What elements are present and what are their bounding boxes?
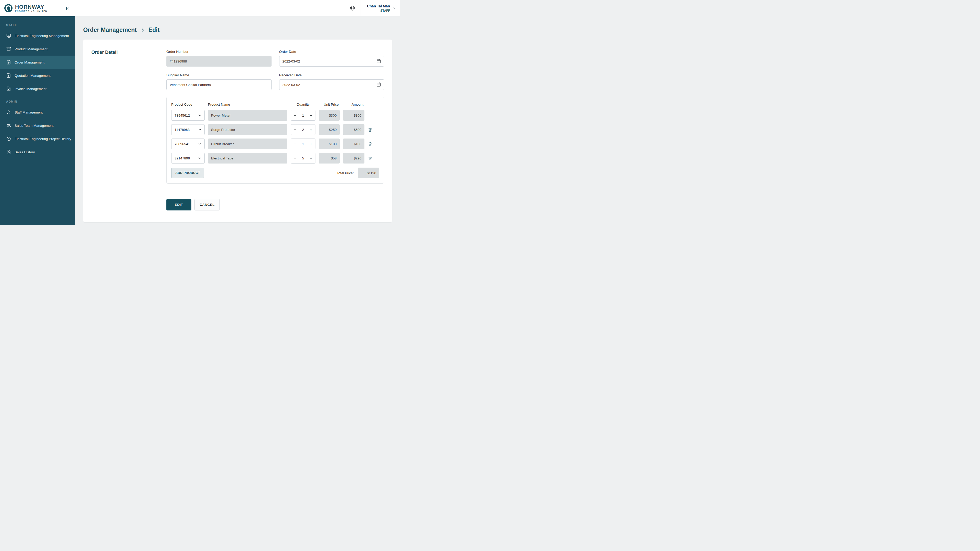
trash-icon	[368, 141, 372, 146]
logo-area: HORNWAY ENGINEERING LIMITED	[0, 0, 75, 16]
product-code-value: 78945612	[175, 114, 190, 118]
sidebar-item-label: Sales Team Management	[14, 124, 54, 127]
chevron-down-icon	[393, 6, 396, 10]
product-name-readonly: Surge Protector	[208, 124, 287, 135]
globe-icon	[350, 5, 355, 11]
order-form: Order Number Order Date	[166, 50, 384, 210]
breadcrumb-parent[interactable]: Order Management	[83, 27, 137, 33]
trash-icon	[368, 127, 372, 132]
products-footer: ADD PRODUCT Total Price: $1190	[171, 168, 379, 178]
user-name: Chan Tai Man	[367, 4, 390, 8]
cancel-button[interactable]: CANCEL	[194, 199, 220, 210]
breadcrumb: Order Management Edit	[83, 27, 392, 33]
quantity-increase-button[interactable]: +	[310, 127, 312, 132]
page-content: Order Management Edit Order Detail Order…	[75, 16, 400, 225]
quantity-stepper: − 2 +	[291, 124, 315, 135]
header-amount: Amount	[343, 103, 364, 106]
unit-price-readonly: $58	[319, 153, 340, 164]
user-menu[interactable]: Chan Tai Man STAFF	[361, 0, 400, 16]
order-fields: Order Number Order Date	[166, 50, 384, 90]
user-role: STAFF	[367, 9, 390, 13]
order-number-input	[166, 56, 272, 67]
staff-icon	[6, 110, 11, 115]
brand-subtitle: ENGINEERING LIMITED	[15, 10, 47, 13]
add-product-button[interactable]: ADD PRODUCT	[171, 168, 204, 178]
total-price-value: $1190	[358, 168, 379, 178]
sidebar-item-order-management[interactable]: Order Management	[0, 56, 75, 69]
breadcrumb-current: Edit	[148, 27, 159, 33]
product-code-select[interactable]: 11478963	[171, 124, 205, 135]
sales-team-icon	[6, 123, 11, 128]
topbar: Chan Tai Man STAFF	[75, 0, 400, 16]
products-table: Product Code Product Name Quantity Unit …	[166, 97, 384, 184]
quantity-decrease-button[interactable]: −	[294, 113, 296, 118]
supplier-name-field: Supplier Name	[166, 73, 272, 90]
order-date-label: Order Date	[279, 50, 384, 54]
quantity-decrease-button[interactable]: −	[294, 156, 296, 160]
product-code-value: 11478963	[175, 128, 189, 132]
sidebar-item-label: Staff Management	[14, 110, 43, 114]
product-code-value: 78896541	[175, 142, 190, 146]
sidebar-item-label: Electrical Engineering Management	[14, 34, 69, 38]
sidebar-item-sales-team-management[interactable]: Sales Team Management	[0, 119, 75, 132]
invoice-icon	[6, 86, 11, 91]
order-detail-card: Order Detail Order Number Order Date	[83, 40, 392, 222]
product-code-select[interactable]: 32147896	[171, 153, 205, 164]
unit-price-readonly: $100	[319, 138, 340, 149]
quantity-decrease-button[interactable]: −	[294, 142, 296, 146]
section-title-column: Order Detail	[91, 50, 166, 210]
collapse-icon	[65, 6, 70, 11]
quantity-increase-button[interactable]: +	[310, 113, 312, 118]
amount-readonly: $290	[343, 153, 364, 164]
product-row: 78945612 Power Meter − 1 +	[171, 110, 379, 121]
quantity-value: 1	[302, 114, 304, 118]
product-row: 78896541 Circuit Breaker − 1 +	[171, 138, 379, 149]
language-button[interactable]	[344, 0, 361, 16]
sidebar: HORNWAY ENGINEERING LIMITED STAFF	[0, 0, 75, 225]
delete-row-button[interactable]	[368, 127, 374, 132]
sidebar-section-admin: ADMIN	[0, 95, 75, 106]
sidebar-collapse-button[interactable]	[65, 5, 70, 11]
product-code-select[interactable]: 78896541	[171, 138, 205, 149]
sidebar-item-electrical-engineering-management[interactable]: Electrical Engineering Management	[0, 29, 75, 42]
sidebar-item-label: Order Management	[14, 60, 45, 64]
sidebar-item-staff-management[interactable]: Staff Management	[0, 106, 75, 119]
sidebar-item-sales-history[interactable]: Sales History	[0, 145, 75, 159]
quantity-decrease-button[interactable]: −	[294, 127, 296, 132]
hornway-logo-icon	[4, 4, 13, 13]
quantity-value: 2	[302, 128, 304, 132]
quantity-stepper: − 1 +	[291, 138, 315, 149]
sidebar-nav: STAFF Electrical Engineering Management …	[0, 16, 75, 159]
sidebar-item-product-management[interactable]: Product Management	[0, 42, 75, 56]
delete-row-button[interactable]	[368, 141, 374, 146]
header-unit-price: Unit Price	[319, 103, 340, 106]
sidebar-item-invoice-management[interactable]: Invoice Management	[0, 82, 75, 95]
supplier-name-label: Supplier Name	[166, 73, 272, 77]
order-date-input[interactable]	[279, 56, 384, 67]
product-code-select[interactable]: 78945612	[171, 110, 205, 121]
supplier-name-input[interactable]	[166, 79, 272, 90]
order-date-field: Order Date	[279, 50, 384, 67]
sidebar-item-label: Quotation Management	[14, 74, 51, 78]
sidebar-item-electrical-engineering-project-history[interactable]: Electrical Engineering Project History	[0, 132, 75, 145]
sidebar-item-label: Product Management	[14, 47, 48, 51]
sales-history-icon	[6, 149, 11, 155]
sidebar-item-quotation-management[interactable]: Quotation Management	[0, 69, 75, 82]
delete-row-button[interactable]	[368, 156, 374, 161]
quantity-value: 1	[302, 142, 304, 146]
sidebar-section-staff: STAFF	[0, 19, 75, 29]
section-title: Order Detail	[91, 50, 166, 55]
received-date-input[interactable]	[279, 79, 384, 90]
edit-button[interactable]: EDIT	[166, 199, 191, 210]
product-name-readonly: Power Meter	[208, 110, 287, 121]
trash-icon	[368, 156, 372, 161]
calendar-icon[interactable]	[376, 82, 381, 88]
sidebar-item-label: Electrical Engineering Project History	[14, 137, 71, 141]
header-product-code: Product Code	[171, 103, 205, 106]
quantity-increase-button[interactable]: +	[310, 156, 312, 160]
chevron-down-icon	[198, 113, 202, 118]
product-row: 11478963 Surge Protector − 2 +	[171, 124, 379, 135]
received-date-label: Received Date	[279, 73, 384, 77]
calendar-icon[interactable]	[376, 59, 381, 65]
quantity-increase-button[interactable]: +	[310, 142, 312, 146]
